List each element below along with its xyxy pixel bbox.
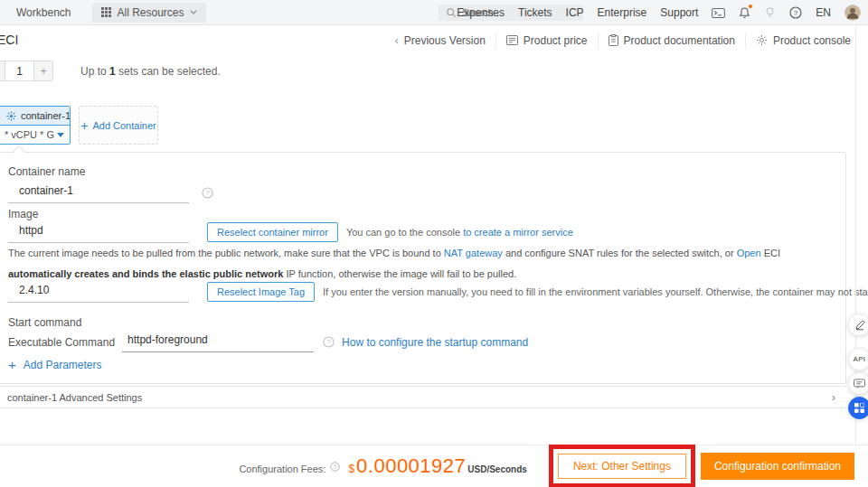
image-pull-warning: The current image needs to be pulled fro… [8, 243, 838, 285]
language-selector[interactable]: EN [816, 6, 831, 19]
nav-link-tickets[interactable]: Tickets [518, 6, 552, 19]
advanced-settings-label: container-1 Advanced Settings [7, 392, 142, 403]
image-input[interactable] [8, 221, 189, 243]
search-icon [446, 7, 457, 18]
price-card-icon [506, 35, 518, 45]
container-tabs: container-1 * vCPU * G + Add Container [0, 106, 158, 145]
image-tag-row: Reselect Image Tag If you enter the vers… [8, 281, 868, 303]
svg-text:?: ? [794, 9, 798, 17]
pencil-icon [854, 320, 865, 331]
feedback-pencil-button[interactable] [848, 314, 868, 336]
stepper-hint: Up to 1 sets can be selected. [80, 65, 221, 78]
spec-dropdown[interactable]: * vCPU * G [0, 126, 70, 144]
notification-bell-icon[interactable] [739, 6, 750, 19]
product-documentation-button[interactable]: Product documentation [598, 33, 745, 49]
product-price-label: Product price [524, 34, 588, 47]
app-grid-icon [854, 403, 864, 413]
app-grid-button[interactable] [848, 397, 868, 419]
notification-dot [749, 5, 752, 8]
add-container-label: Add Container [92, 120, 156, 131]
add-container-button[interactable]: + Add Container [79, 106, 158, 145]
lightbulb-icon[interactable] [764, 6, 776, 19]
advanced-settings-row[interactable]: container-1 Advanced Settings › [0, 386, 846, 408]
container-name-input[interactable] [8, 182, 189, 203]
stepper-plus-button[interactable]: + [34, 61, 52, 80]
api-label: API [854, 355, 866, 363]
fee-unit: USD/Seconds [467, 464, 527, 474]
container-config-panel: Container name ? Image Reselect containe… [0, 152, 846, 384]
add-parameters-label: Add Parameters [24, 359, 102, 371]
console-terminal-icon[interactable] [712, 8, 725, 18]
image-tag-input[interactable] [8, 281, 189, 303]
startup-command-doc-link[interactable]: How to configure the startup command [342, 336, 528, 349]
mirror-console-hint: You can go to the console to create a mi… [346, 227, 573, 238]
create-mirror-service-link[interactable]: to create a mirror service [463, 227, 573, 238]
footer-bar: Configuration Fees: ? $ 0.00001927 USD/S… [0, 445, 868, 487]
plus-icon: + [80, 118, 88, 133]
executable-command-input[interactable] [122, 332, 314, 352]
stepper-hint-count: 1 [109, 65, 116, 78]
svg-text:?: ? [334, 463, 337, 469]
annotation-highlight-box: Next: Other Settings [549, 445, 695, 487]
reselect-container-mirror-button[interactable]: Reselect container mirror [207, 222, 338, 242]
reselect-image-tag-button[interactable]: Reselect Image Tag [207, 282, 315, 302]
help-question-icon[interactable]: ? [789, 6, 802, 19]
startup-help-icon[interactable]: ? [323, 336, 335, 348]
console-hint-text: You can go to the console [346, 227, 463, 238]
executable-command-label: Executable Command [8, 336, 115, 349]
nav-link-enterprise[interactable]: Enterprise [598, 6, 647, 19]
tab-container-1[interactable]: container-1 * vCPU * G [0, 106, 71, 145]
configuration-fees: Configuration Fees: ? $ 0.00001927 USD/S… [239, 454, 527, 478]
stepper-hint-suffix: sets can be selected. [116, 65, 221, 78]
caret-down-icon [57, 133, 64, 137]
plus-icon: + [8, 357, 16, 372]
navbar-right-group: Expenses Tickets ICP Enterprise Support … [457, 0, 864, 25]
stepper-hint-prefix: Up to [80, 65, 109, 78]
product-console-button[interactable]: Product console [745, 33, 861, 49]
api-button[interactable]: API [848, 348, 868, 370]
configuration-confirmation-button[interactable]: Configuration confirmation [701, 453, 854, 480]
start-command-label: Start command [8, 316, 81, 329]
fees-help-icon[interactable]: ? [330, 462, 340, 472]
all-resources-label: All Resources [117, 6, 184, 19]
all-resources-dropdown[interactable]: All Resources [92, 3, 205, 23]
container-name-help-icon[interactable]: ? [202, 187, 213, 199]
nav-link-icp[interactable]: ICP [566, 6, 584, 19]
chat-bubble-icon [854, 379, 865, 389]
next-other-settings-button[interactable]: Next: Other Settings [558, 454, 686, 479]
chevron-left-icon: ‹ [394, 33, 398, 47]
warning-bold-text: automatically creates and binds the elas… [8, 268, 283, 279]
nav-link-support[interactable]: Support [660, 6, 698, 19]
spec-label: * vCPU * G [5, 129, 54, 140]
chevron-right-icon: › [832, 390, 835, 404]
container-name-row: ? [8, 182, 213, 203]
nat-gateway-link[interactable]: NAT gateway [444, 248, 503, 258]
stepper-value[interactable]: 1 [5, 61, 34, 80]
page-title: ECI [0, 33, 18, 47]
warning-text-3: ECI [761, 248, 780, 258]
fees-label: Configuration Fees: [239, 464, 326, 474]
previous-version-label: Previous Version [404, 34, 486, 47]
previous-version-button[interactable]: ‹ Previous Version [384, 32, 495, 49]
warning-text-4: IP function, otherwise the image will fa… [283, 268, 516, 279]
image-tag-hint: If you enter the version manually, you n… [323, 286, 868, 297]
chat-feedback-button[interactable] [848, 372, 868, 395]
open-eci-link[interactable]: Open [737, 248, 761, 258]
executable-command-row: Executable Command ? How to configure th… [8, 332, 528, 352]
workbench-button[interactable]: Workbench [7, 3, 80, 23]
tab-container-1-label: container-1 [21, 110, 71, 121]
warning-text-2: and configure SNAT rules for the selecte… [503, 248, 737, 258]
instance-count-row: - 1 + Up to 1 sets can be selected. [0, 61, 221, 81]
nav-link-expenses[interactable]: Expenses [457, 6, 505, 19]
chevron-down-icon [190, 10, 197, 14]
tab-container-1-header[interactable]: container-1 [0, 107, 70, 126]
user-avatar[interactable] [844, 5, 861, 21]
svg-text:?: ? [327, 338, 331, 346]
add-parameters-button[interactable]: + Add Parameters [8, 357, 101, 372]
quantity-stepper[interactable]: - 1 + [0, 61, 53, 81]
image-label: Image [8, 208, 38, 220]
product-price-button[interactable]: Product price [495, 33, 598, 49]
svg-text:?: ? [205, 189, 209, 197]
image-row: Reselect container mirror You can go to … [8, 221, 573, 243]
product-documentation-label: Product documentation [624, 34, 735, 47]
